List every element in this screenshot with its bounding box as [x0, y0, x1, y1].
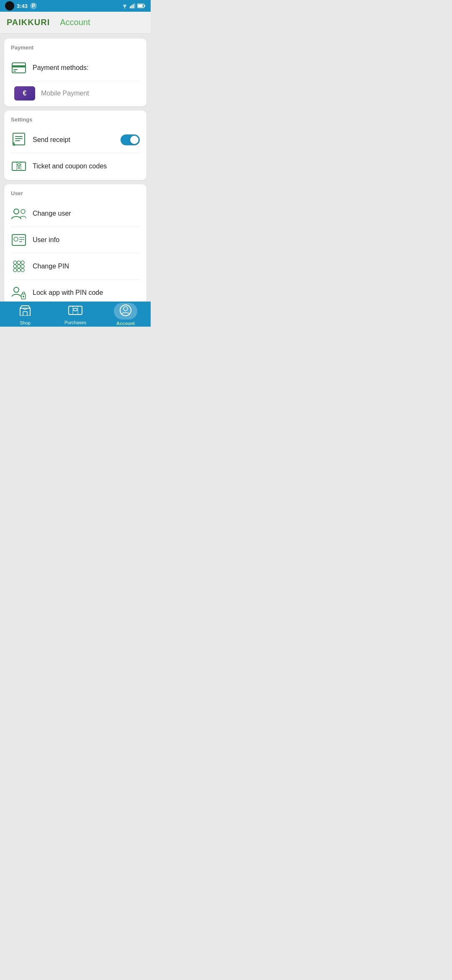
signal-icon [130, 3, 136, 8]
svg-rect-13 [15, 136, 23, 137]
purchases-icon [68, 305, 82, 315]
status-bar: 3:43 P [0, 0, 151, 12]
change-user-item[interactable]: Change user [11, 201, 140, 227]
payment-card: Payment Payment methods: € Mobile Paymen… [4, 39, 146, 106]
shop-icon [19, 305, 31, 316]
svg-rect-15 [15, 140, 20, 141]
account-icon-wrap [114, 303, 137, 320]
user-info-label: User info [33, 236, 140, 244]
payment-methods-item[interactable]: Payment methods: [11, 55, 140, 81]
coupon-codes-item[interactable]: Ticket and coupon codes [11, 153, 140, 174]
coupon-codes-label: Ticket and coupon codes [33, 162, 140, 170]
lock-app-icon [11, 285, 27, 301]
mobile-payment-icon: € [14, 86, 35, 101]
svg-rect-4 [134, 3, 135, 8]
change-pin-icon [11, 258, 27, 274]
svg-point-25 [14, 237, 18, 241]
credit-card-icon [12, 62, 26, 73]
purchases-nav-label: Purchases [64, 320, 86, 325]
purchases-icon-wrap [62, 304, 88, 319]
status-time: 3:43 [17, 3, 28, 9]
settings-section-title: Settings [11, 116, 140, 123]
nav-item-account[interactable]: Account [100, 300, 151, 327]
coupon-icon [11, 158, 27, 174]
mobile-payment-label: Mobile Payment [41, 90, 140, 97]
page-title: Account [60, 18, 90, 27]
svg-rect-16 [12, 162, 26, 170]
svg-point-33 [17, 265, 21, 268]
svg-point-31 [21, 261, 24, 264]
payment-section-title: Payment [11, 44, 140, 51]
status-left: 3:43 P [5, 1, 37, 10]
user-info-item[interactable]: User info [11, 227, 140, 253]
camera-notch [5, 1, 14, 10]
logo: PAIKKURI [7, 18, 50, 27]
svg-point-38 [14, 287, 19, 292]
svg-point-22 [14, 209, 19, 214]
svg-point-37 [21, 268, 24, 272]
battery-icon [137, 3, 146, 8]
shop-icon-wrap [13, 303, 37, 319]
svg-rect-10 [13, 69, 18, 70]
user-section: User Change user [4, 184, 146, 302]
svg-rect-2 [131, 5, 133, 8]
svg-rect-1 [130, 6, 131, 8]
bottom-nav: Shop Purchases Account [0, 302, 151, 327]
send-receipt-item[interactable]: Send receipt [11, 127, 140, 153]
svg-point-32 [13, 265, 17, 268]
mobile-payment-item[interactable]: € Mobile Payment [11, 81, 140, 101]
svg-point-30 [17, 261, 21, 264]
receipt-icon [11, 132, 27, 148]
account-icon [120, 304, 131, 316]
send-receipt-label: Send receipt [33, 136, 115, 144]
lock-app-item[interactable]: Lock app with PIN code [11, 280, 140, 302]
nav-item-purchases[interactable]: Purchases [50, 301, 100, 327]
user-section-title: User [11, 190, 140, 196]
payment-methods-icon [11, 60, 27, 76]
svg-point-29 [13, 261, 17, 264]
svg-rect-11 [13, 71, 16, 72]
svg-point-48 [123, 307, 128, 311]
nav-item-shop[interactable]: Shop [0, 301, 50, 327]
wifi-icon [121, 3, 128, 8]
svg-rect-42 [23, 312, 27, 316]
svg-point-0 [124, 8, 125, 8]
lock-app-label: Lock app with PIN code [33, 289, 140, 297]
svg-point-34 [21, 265, 24, 268]
svg-rect-3 [133, 4, 134, 8]
send-receipt-toggle[interactable] [121, 134, 140, 145]
svg-rect-46 [74, 308, 77, 311]
pause-icon: P [30, 3, 37, 9]
svg-rect-9 [12, 65, 26, 67]
change-user-icon [11, 206, 27, 222]
change-pin-label: Change PIN [33, 263, 140, 270]
shop-nav-label: Shop [20, 320, 31, 325]
settings-card: Settings Send receipt [4, 111, 146, 180]
svg-point-40 [23, 296, 24, 297]
main-content: Payment Payment methods: € Mobile Paymen… [0, 34, 151, 302]
status-right [121, 3, 146, 8]
change-user-label: Change user [33, 210, 140, 217]
change-pin-item[interactable]: Change PIN [11, 253, 140, 280]
user-info-icon [11, 232, 27, 248]
svg-rect-7 [138, 5, 143, 7]
svg-point-35 [13, 268, 17, 272]
header: PAIKKURI Account [0, 12, 151, 34]
svg-rect-43 [69, 306, 82, 315]
svg-rect-14 [15, 138, 23, 139]
account-nav-label: Account [116, 321, 135, 326]
svg-point-23 [21, 209, 25, 214]
svg-rect-19 [18, 164, 20, 166]
payment-methods-label: Payment methods: [33, 64, 140, 72]
svg-rect-6 [144, 5, 145, 7]
svg-point-36 [17, 268, 21, 272]
